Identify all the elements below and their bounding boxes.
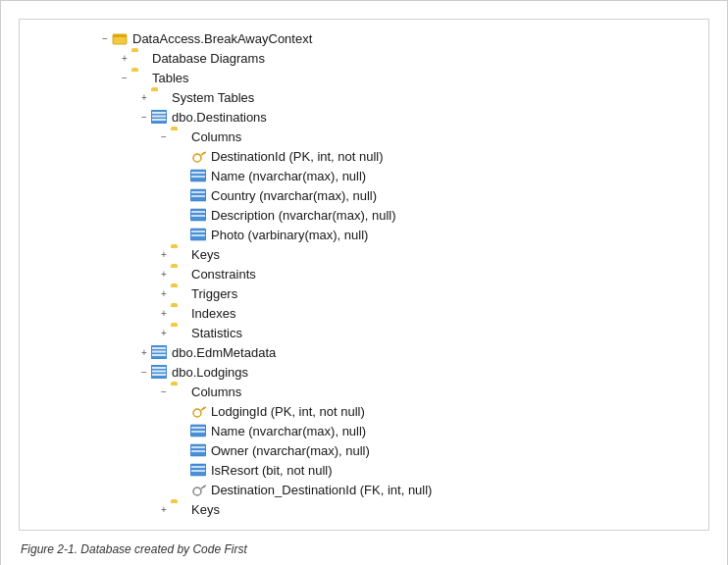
label-lodge-name: Name (nvarchar(max), null) [211,422,366,441]
node-root-label: DataAccess.BreakAwayContext [132,29,312,49]
icon-field-lodge-name [190,424,208,439]
expander-destinations[interactable]: − [137,108,151,128]
svg-rect-34 [191,431,205,433]
node-lodge-isresort: + IsResort (bit, not null) [177,461,689,481]
label-dest-photo: Photo (varbinary(max), null) [211,226,368,245]
label-keys-dest: Keys [191,245,220,265]
svg-point-29 [193,409,201,417]
label-columns-destinations: Columns [191,128,241,147]
svg-rect-3 [152,112,166,114]
expander-keys-dest[interactable]: + [157,245,171,265]
icon-database [112,31,130,47]
label-lodge-fk: Destination_DestinationId (FK, int, null… [211,481,432,500]
node-keys-dest: + Keys [157,245,689,265]
icon-folder-keys-lodge [171,502,188,518]
label-keys-lodgings: Keys [191,500,220,520]
label-destination-id: DestinationId (PK, int, not null) [211,147,384,167]
svg-rect-40 [191,470,205,472]
expander-lodgings[interactable]: − [137,363,151,383]
label-lodge-isresort: IsResort (bit, not null) [211,461,333,481]
node-destinations: − dbo.Destinations [137,108,689,128]
svg-rect-20 [191,234,205,236]
svg-rect-23 [152,351,166,353]
svg-rect-14 [191,195,205,197]
icon-folder-tables [131,71,149,86]
node-keys-lodgings: + Keys [157,500,689,520]
svg-rect-4 [152,116,166,118]
label-destinations: dbo.Destinations [172,108,267,128]
label-tables: Tables [152,69,189,88]
tree-container: − DataAccess.BreakAwayContext + Database… [19,19,709,531]
expander-tables[interactable]: − [118,69,131,88]
node-columns-destinations: − Columns [157,128,689,147]
node-dest-name: + Name (nvarchar(max), null) [177,167,689,186]
icon-folder-columns-dest [171,129,188,145]
expander-keys-lodge[interactable]: + [157,500,171,520]
label-constraints: Constraints [191,265,256,284]
svg-rect-24 [152,354,166,356]
svg-rect-33 [191,427,205,429]
svg-rect-10 [191,172,205,174]
node-constraints: + Constraints [157,265,689,284]
svg-rect-11 [191,176,205,178]
svg-rect-39 [191,466,205,468]
icon-key-lodging-id [190,404,208,420]
node-destination-id: + DestinationId (PK, int, not null) [177,147,689,167]
icon-folder-keys-dest [171,247,188,263]
label-lodgings: dbo.Lodgings [172,363,248,383]
svg-rect-37 [191,450,205,452]
svg-rect-5 [152,119,166,121]
icon-field-lodge-isresort [190,463,208,479]
expander-columns-dest[interactable]: − [157,128,171,147]
expander-constraints[interactable]: + [157,265,171,284]
svg-rect-1 [113,34,127,37]
expander-root[interactable]: − [98,29,112,49]
expander-indexes[interactable]: + [157,304,171,324]
figure-caption: Figure 2-1. Database created by Code Fir… [19,542,709,556]
label-dest-country: Country (nvarchar(max), null) [211,186,377,206]
node-tables: − Tables [118,69,689,88]
node-lodging-id: + LodgingId (PK, int, not null) [177,402,689,422]
node-dest-description: + Description (nvarchar(max), null) [177,206,689,226]
expander-system-tables[interactable]: + [137,88,151,108]
icon-folder-constraints [171,267,188,282]
expander-triggers[interactable]: + [157,284,171,304]
label-edm-metadata: dbo.EdmMetadata [172,343,276,363]
icon-fk-dest-id [190,483,208,498]
icon-table-lodgings [151,365,169,381]
label-dest-name: Name (nvarchar(max), null) [211,167,366,186]
node-database-diagrams: + Database Diagrams [118,49,689,69]
node-statistics: + Statistics [157,324,689,343]
node-system-tables: + System Tables [137,88,689,108]
icon-field-dest-description [190,208,208,224]
label-statistics: Statistics [191,324,242,343]
svg-rect-26 [152,367,166,369]
icon-field-lodge-owner [190,443,208,459]
node-edm-metadata: + dbo.EdmMetadata [137,343,689,363]
label-database-diagrams: Database Diagrams [152,49,265,69]
icon-table-destinations [151,110,169,126]
svg-rect-27 [152,371,166,373]
page-wrapper: − DataAccess.BreakAwayContext + Database… [0,0,728,565]
node-indexes: + Indexes [157,304,689,324]
svg-rect-36 [191,446,205,448]
expander-diagrams[interactable]: + [118,49,131,69]
label-indexes: Indexes [191,304,236,324]
label-lodging-id: LodgingId (PK, int, not null) [211,402,365,422]
svg-rect-22 [152,347,166,349]
node-columns-lodgings: − Columns [157,383,689,402]
svg-rect-28 [152,374,166,376]
label-triggers: Triggers [191,284,237,304]
label-dest-description: Description (nvarchar(max), null) [211,206,396,226]
node-lodge-owner: + Owner (nvarchar(max), null) [177,441,689,461]
expander-statistics[interactable]: + [157,324,171,343]
svg-point-6 [193,154,201,162]
icon-folder-diagrams [131,51,149,67]
expander-columns-lodge[interactable]: − [157,383,171,402]
expander-edm[interactable]: + [137,343,151,363]
icon-folder-triggers [171,286,188,302]
icon-field-dest-photo [190,228,208,243]
node-lodge-fk: + Destination_DestinationId (FK, int, nu… [177,481,689,500]
svg-rect-16 [191,211,205,213]
icon-key-destination-id [190,149,208,165]
